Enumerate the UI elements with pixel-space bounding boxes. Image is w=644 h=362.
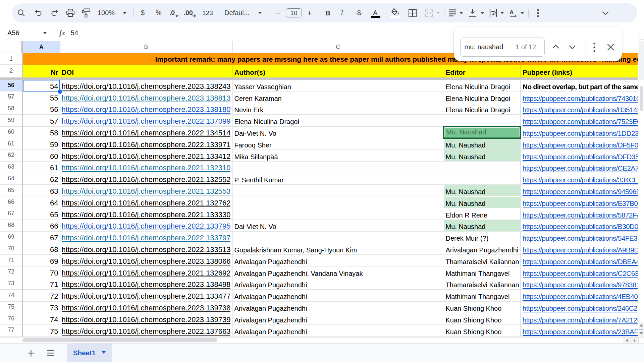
svg-text:A: A: [509, 9, 514, 15]
